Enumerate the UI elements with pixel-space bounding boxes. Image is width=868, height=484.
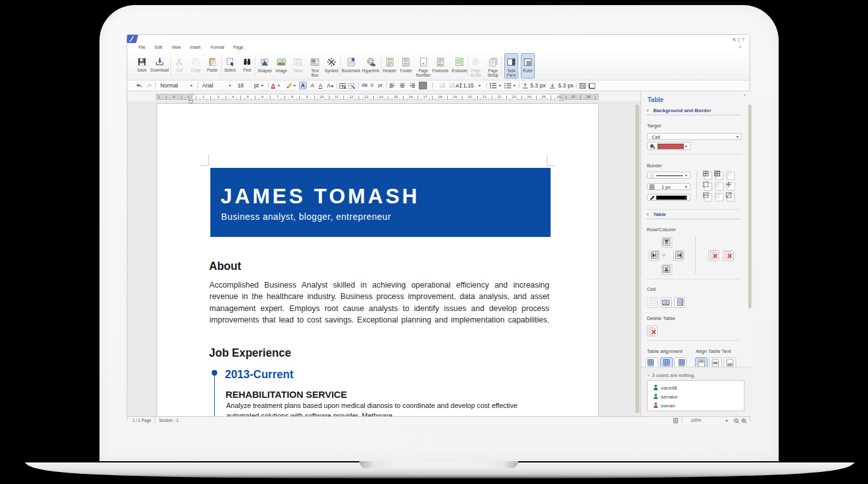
svg-text:1: 1 — [458, 60, 460, 63]
svg-text:A: A — [456, 83, 459, 89]
